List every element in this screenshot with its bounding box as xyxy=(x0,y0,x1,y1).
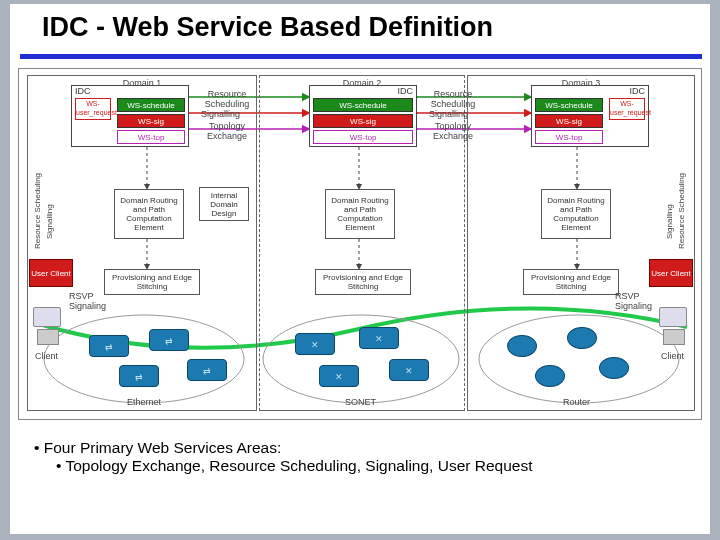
user-client-right: User Client xyxy=(649,259,693,287)
bullet-2: Topology Exchange, Resource Scheduling, … xyxy=(34,457,532,475)
slide: IDC - Web Service Based Definition xyxy=(10,4,710,534)
rsvp-left: RSVP Signaling xyxy=(69,291,109,311)
rsvp-right: RSVP Signaling xyxy=(615,291,655,311)
client-host-left xyxy=(33,307,63,347)
pes-d3: Provisioning and Edge Stitching xyxy=(523,269,619,295)
drpce-d1: Domain Routing and Path Computation Elem… xyxy=(114,189,184,239)
sonet-label: SONET xyxy=(345,397,376,407)
label-res-sched-d12: Resource Scheduling xyxy=(199,89,255,109)
idc-title-d1: IDC xyxy=(72,86,188,96)
client-label-right: Client xyxy=(661,351,684,361)
label-signalling-d12: Signalling xyxy=(201,109,240,119)
page-title: IDC - Web Service Based Definition xyxy=(42,12,493,43)
idc-box-d1: IDC WS-user_request WS-schedule WS-sig W… xyxy=(71,85,189,147)
title-underline xyxy=(20,54,702,59)
switch-d2d: ✕ xyxy=(389,359,429,381)
ws-user-request-d1: WS-user_request xyxy=(75,98,111,120)
switch-d1b: ⇄ xyxy=(149,329,189,351)
switch-d1c: ⇄ xyxy=(119,365,159,387)
ws-top-d3: WS-top xyxy=(535,130,603,144)
ws-schedule-d1: WS-schedule xyxy=(117,98,185,112)
drpce-d3: Domain Routing and Path Computation Elem… xyxy=(541,189,611,239)
label-res-sched-left: Resource Scheduling xyxy=(33,173,42,249)
idc-box-d3: IDC WS-schedule WS-sig WS-top WS-user_re… xyxy=(531,85,649,147)
idc-title-d2: IDC xyxy=(310,86,416,96)
label-signalling-right: Signalling xyxy=(665,204,674,239)
idc-box-d2: IDC WS-schedule WS-sig WS-top xyxy=(309,85,417,147)
router-label: Router xyxy=(563,397,590,407)
label-signalling-left: Signalling xyxy=(45,204,54,239)
switch-d1a: ⇄ xyxy=(89,335,129,357)
ethernet-label: Ethernet xyxy=(127,397,161,407)
ws-sig-d2: WS-sig xyxy=(313,114,413,128)
ws-schedule-d2: WS-schedule xyxy=(313,98,413,112)
switch-d2a: ✕ xyxy=(295,333,335,355)
ws-top-d2: WS-top xyxy=(313,130,413,144)
pes-d1: Provisioning and Edge Stitching xyxy=(104,269,200,295)
idc-title-d3: IDC xyxy=(532,86,648,96)
switch-d1d: ⇄ xyxy=(187,359,227,381)
ws-sig-d3: WS-sig xyxy=(535,114,603,128)
drpce-d2: Domain Routing and Path Computation Elem… xyxy=(325,189,395,239)
bullet-1: Four Primary Web Services Areas: xyxy=(34,439,532,457)
ws-sig-d1: WS-sig xyxy=(117,114,185,128)
ws-schedule-d3: WS-schedule xyxy=(535,98,603,112)
user-client-left: User Client xyxy=(29,259,73,287)
label-res-sched-right: Resource Scheduling xyxy=(677,173,686,249)
router-d3a xyxy=(507,335,537,357)
label-topo-d12: Topology Exchange xyxy=(199,121,255,141)
client-host-right xyxy=(659,307,689,347)
client-label-left: Client xyxy=(35,351,58,361)
router-d3b xyxy=(567,327,597,349)
pes-d2: Provisioning and Edge Stitching xyxy=(315,269,411,295)
router-d3d xyxy=(599,357,629,379)
bullet-list: Four Primary Web Services Areas: Topolog… xyxy=(34,439,532,475)
architecture-diagram: Domain 1 Resource Scheduling Signalling … xyxy=(18,68,702,420)
switch-d2b: ✕ xyxy=(359,327,399,349)
idd-box: Internal Domain Design xyxy=(199,187,249,221)
router-d3c xyxy=(535,365,565,387)
label-signalling-d23: Signalling xyxy=(429,109,468,119)
switch-d2c: ✕ xyxy=(319,365,359,387)
ws-top-d1: WS-top xyxy=(117,130,185,144)
ws-user-request-d3: WS-user_request xyxy=(609,98,645,120)
